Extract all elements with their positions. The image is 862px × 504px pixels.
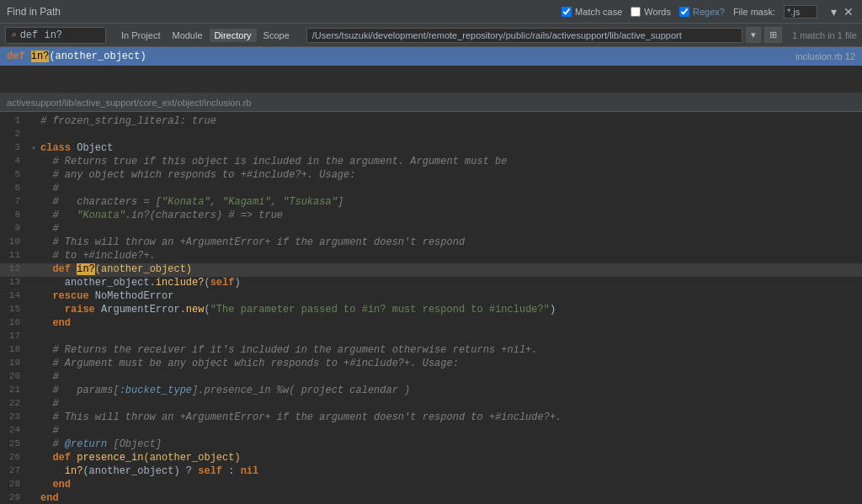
code-content: # frozen_string_literal: true	[40, 115, 862, 127]
line-number: 5	[0, 169, 27, 179]
results-area: def in?(another_object) inclusion.rb 12	[0, 47, 862, 93]
code-line: 20 #	[0, 371, 862, 385]
line-number: 22	[0, 398, 27, 408]
code-line: 14 rescue NoMethodError	[0, 290, 862, 304]
code-content: def in?(another_object)	[40, 263, 862, 275]
code-line: 28 end	[0, 479, 862, 492]
close-icon-button[interactable]: ✕	[842, 5, 855, 19]
code-content: end	[40, 479, 862, 491]
regex-label: Regex?	[693, 7, 725, 17]
line-number: 4	[0, 156, 27, 166]
line-number: 23	[0, 411, 27, 422]
code-line: 22 #	[0, 398, 862, 411]
code-line: 13 another_object.include?(self)	[0, 277, 862, 290]
find-in-path-title: Find in Path	[7, 6, 61, 18]
line-number: 2	[0, 129, 27, 139]
code-content: another_object.include?(self)	[40, 277, 862, 289]
line-number: 19	[0, 358, 27, 368]
regex-checkbox[interactable]	[679, 7, 689, 17]
line-number: 13	[0, 277, 27, 287]
line-number: 27	[0, 465, 27, 475]
code-content: # any object which responds to +#include…	[40, 169, 862, 181]
code-content: # to +#include?+.	[40, 250, 862, 262]
code-content: # "Konata".in?(characters) # => true	[40, 210, 862, 221]
line-number: 16	[0, 317, 27, 327]
search-icon: ⌕	[11, 29, 17, 40]
code-content: #	[40, 398, 862, 410]
code-content: end	[40, 317, 862, 329]
match-case-option[interactable]: Match case	[561, 7, 622, 17]
tab-scope[interactable]: Scope	[258, 29, 295, 42]
fold-icon[interactable]: ▾	[27, 142, 40, 154]
code-line: 4 # Returns true if this object is inclu…	[0, 156, 862, 169]
code-content: #	[40, 223, 862, 235]
result-row[interactable]: def in?(another_object) inclusion.rb 12	[0, 47, 862, 66]
code-line: 3 ▾ class Object	[0, 142, 862, 156]
search-bar: ⌕ In Project Module Directory Scope ▾ ⊞ …	[0, 24, 862, 47]
file-mask-input[interactable]	[784, 5, 817, 19]
line-number: 25	[0, 438, 27, 448]
line-number: 8	[0, 210, 27, 220]
line-number: 28	[0, 479, 27, 489]
result-match-highlight: in?	[31, 50, 50, 62]
match-case-checkbox[interactable]	[561, 7, 572, 17]
line-number: 17	[0, 331, 27, 341]
code-content: # characters = ["Konata", "Kagami", "Tsu…	[40, 196, 862, 208]
code-area[interactable]: 1 # frozen_string_literal: true 2 3 ▾ cl…	[0, 112, 862, 504]
code-line: 9 #	[0, 223, 862, 236]
directory-path-input[interactable]	[306, 28, 742, 43]
code-content: # This will throw an +ArgumentError+ if …	[40, 411, 862, 423]
tab-module[interactable]: Module	[167, 29, 207, 42]
code-line: 16 end	[0, 317, 862, 331]
code-content: rescue NoMethodError	[40, 290, 862, 302]
code-line: 17	[0, 331, 862, 344]
code-line-highlighted: 12 def in?(another_object)	[0, 263, 862, 277]
tab-directory[interactable]: Directory	[210, 29, 257, 42]
line-number: 20	[0, 371, 27, 381]
file-path-bar: activesupport/lib/active_support/core_ex…	[0, 93, 862, 112]
code-content: raise ArgumentError.new("The parameter p…	[40, 304, 862, 316]
code-line: 18 # Returns the receiver if it's includ…	[0, 344, 862, 358]
code-line: 15 raise ArgumentError.new("The paramete…	[0, 304, 862, 317]
code-line: 25 # @return [Object]	[0, 438, 862, 452]
search-input-wrap: ⌕	[5, 27, 106, 44]
path-grid-button[interactable]: ⊞	[764, 27, 782, 43]
code-content: # This will throw an +ArgumentError+ if …	[40, 236, 862, 248]
line-number: 24	[0, 425, 27, 435]
result-def-keyword: def	[7, 50, 31, 62]
code-line: 29 end	[0, 492, 862, 504]
line-number: 12	[0, 263, 27, 273]
code-content: # @return [Object]	[40, 438, 862, 450]
code-line: 7 # characters = ["Konata", "Kagami", "T…	[0, 196, 862, 210]
search-options: Match case Words Regex? File mask: ▾ ✕	[561, 5, 855, 19]
filter-icon-button[interactable]: ▾	[829, 5, 838, 19]
line-number: 26	[0, 452, 27, 462]
code-line: 1 # frozen_string_literal: true	[0, 115, 862, 129]
regex-option[interactable]: Regex?	[679, 7, 725, 17]
file-mask-label: File mask:	[733, 7, 775, 17]
code-line: 2	[0, 129, 862, 142]
path-expand-button[interactable]: ▾	[746, 27, 761, 43]
code-content: # Argument must be any object which resp…	[40, 358, 862, 369]
code-content: end	[40, 492, 862, 504]
words-checkbox[interactable]	[631, 7, 641, 17]
code-content: # Returns true if this object is include…	[40, 156, 862, 167]
words-option[interactable]: Words	[631, 7, 671, 17]
line-number: 18	[0, 344, 27, 354]
line-number: 7	[0, 196, 27, 206]
code-line: 23 # This will throw an +ArgumentError+ …	[0, 411, 862, 425]
code-line: 5 # any object which responds to +#inclu…	[0, 169, 862, 183]
top-bar: Find in Path Match case Words Regex? Fil…	[0, 0, 862, 24]
line-number: 1	[0, 115, 27, 125]
words-label: Words	[644, 7, 671, 17]
search-input[interactable]	[20, 29, 88, 41]
scope-tabs: In Project Module Directory Scope	[116, 29, 295, 42]
code-line: 8 # "Konata".in?(characters) # => true	[0, 210, 862, 223]
result-text: def in?(another_object)	[7, 50, 795, 62]
line-number: 14	[0, 290, 27, 300]
code-line: 6 #	[0, 183, 862, 196]
tab-in-project[interactable]: In Project	[116, 29, 165, 42]
line-number: 9	[0, 223, 27, 233]
code-line: 19 # Argument must be any object which r…	[0, 358, 862, 371]
result-param: (another_object)	[49, 50, 146, 62]
